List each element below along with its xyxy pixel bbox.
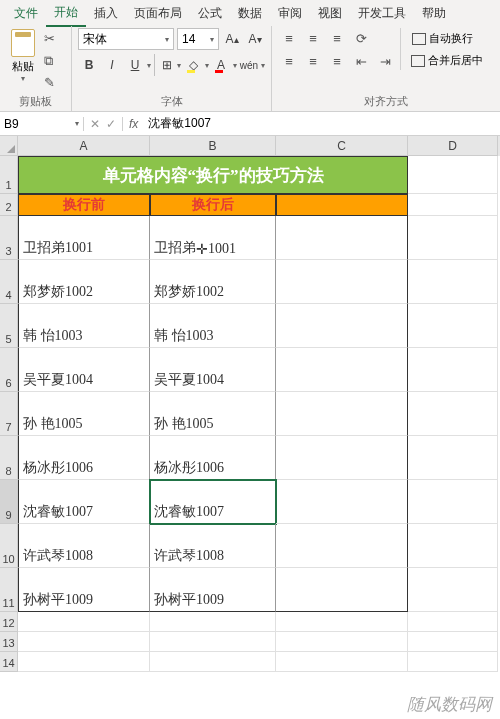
cell[interactable]: [276, 348, 408, 392]
fx-icon[interactable]: fx: [123, 117, 144, 131]
cell[interactable]: 吴平夏1004: [150, 348, 276, 392]
cell[interactable]: [408, 524, 498, 568]
cell[interactable]: [276, 652, 408, 672]
align-left-icon[interactable]: ≡: [278, 51, 300, 71]
cell[interactable]: [408, 652, 498, 672]
cell[interactable]: 郑梦娇1002: [18, 260, 150, 304]
indent-increase-icon[interactable]: ⇥: [374, 51, 396, 71]
fill-color-button[interactable]: ◇: [182, 54, 204, 76]
tab-data[interactable]: 数据: [230, 1, 270, 26]
cell[interactable]: [408, 568, 498, 612]
align-middle-icon[interactable]: ≡: [302, 28, 324, 48]
row-header[interactable]: 8: [0, 436, 18, 480]
chevron-down-icon[interactable]: ▾: [147, 61, 151, 70]
cell[interactable]: 杨冰彤1006: [150, 436, 276, 480]
font-size-select[interactable]: 14▾: [177, 28, 219, 50]
cell[interactable]: [276, 216, 408, 260]
cell[interactable]: 孙树平1009: [18, 568, 150, 612]
row-header[interactable]: 14: [0, 652, 18, 672]
cell[interactable]: [276, 632, 408, 652]
chevron-down-icon[interactable]: ▾: [205, 61, 209, 70]
row-header[interactable]: 2: [0, 194, 18, 216]
cell[interactable]: [150, 612, 276, 632]
chevron-down-icon[interactable]: ▾: [177, 61, 181, 70]
row-header[interactable]: 10: [0, 524, 18, 568]
cell[interactable]: [408, 612, 498, 632]
tab-page-layout[interactable]: 页面布局: [126, 1, 190, 26]
align-center-icon[interactable]: ≡: [302, 51, 324, 71]
col-header-b[interactable]: B: [150, 136, 276, 156]
row-header[interactable]: 11: [0, 568, 18, 612]
tab-file[interactable]: 文件: [6, 1, 46, 26]
row-header[interactable]: 4: [0, 260, 18, 304]
tab-developer[interactable]: 开发工具: [350, 1, 414, 26]
name-box[interactable]: B9▾: [0, 117, 84, 131]
row-header[interactable]: 7: [0, 392, 18, 436]
paste-button[interactable]: 粘贴 ▾: [6, 29, 40, 83]
tab-home[interactable]: 开始: [46, 0, 86, 27]
orientation-icon[interactable]: ⟳: [350, 28, 372, 48]
underline-button[interactable]: U: [124, 54, 146, 76]
cancel-icon[interactable]: ✕: [90, 117, 100, 131]
tab-formula[interactable]: 公式: [190, 1, 230, 26]
cell[interactable]: [408, 156, 498, 194]
cell[interactable]: 郑梦娇1002: [150, 260, 276, 304]
enter-icon[interactable]: ✓: [106, 117, 116, 131]
formula-input[interactable]: 沈睿敏1007: [144, 115, 500, 132]
phonetic-button[interactable]: wén: [238, 54, 260, 76]
cell[interactable]: 卫招弟✛1001: [150, 216, 276, 260]
cell[interactable]: [408, 436, 498, 480]
cell[interactable]: 孙树平1009: [150, 568, 276, 612]
cell[interactable]: [276, 612, 408, 632]
cell[interactable]: [150, 652, 276, 672]
col-header-c[interactable]: C: [276, 136, 408, 156]
cell[interactable]: 卫招弟1001: [18, 216, 150, 260]
tab-insert[interactable]: 插入: [86, 1, 126, 26]
cell[interactable]: [276, 260, 408, 304]
title-cell[interactable]: 单元格内容“换行”的技巧方法: [18, 156, 408, 194]
tab-help[interactable]: 帮助: [414, 1, 454, 26]
chevron-down-icon[interactable]: ▾: [261, 61, 265, 70]
border-button[interactable]: ⊞: [154, 54, 176, 76]
cell[interactable]: [408, 392, 498, 436]
cell[interactable]: 杨冰彤1006: [18, 436, 150, 480]
tab-review[interactable]: 审阅: [270, 1, 310, 26]
format-painter-icon[interactable]: ✎: [44, 75, 62, 91]
row-header[interactable]: 9: [0, 480, 18, 524]
cell[interactable]: 孙 艳1005: [150, 392, 276, 436]
indent-decrease-icon[interactable]: ⇤: [350, 51, 372, 71]
wrap-text-button[interactable]: 自动换行: [407, 28, 487, 49]
row-header[interactable]: 13: [0, 632, 18, 652]
increase-font-icon[interactable]: A▴: [222, 28, 242, 50]
cell[interactable]: [276, 436, 408, 480]
bold-button[interactable]: B: [78, 54, 100, 76]
copy-icon[interactable]: ⧉: [44, 53, 62, 69]
cell[interactable]: [276, 392, 408, 436]
cell[interactable]: [408, 194, 498, 216]
align-bottom-icon[interactable]: ≡: [326, 28, 348, 48]
cell[interactable]: [18, 652, 150, 672]
col-header-a[interactable]: A: [18, 136, 150, 156]
col-header-d[interactable]: D: [408, 136, 498, 156]
row-header[interactable]: 12: [0, 612, 18, 632]
cell[interactable]: [408, 216, 498, 260]
cell[interactable]: [18, 632, 150, 652]
cut-icon[interactable]: ✂: [44, 31, 62, 47]
cell[interactable]: 许武琴1008: [150, 524, 276, 568]
row-header[interactable]: 3: [0, 216, 18, 260]
cell[interactable]: [276, 480, 408, 524]
cell[interactable]: 沈睿敏1007: [150, 480, 276, 524]
font-name-select[interactable]: 宋体▾: [78, 28, 174, 50]
italic-button[interactable]: I: [101, 54, 123, 76]
cell[interactable]: 韩 怡1003: [150, 304, 276, 348]
header-cell-a[interactable]: 换行前: [18, 194, 150, 216]
select-all-corner[interactable]: [0, 136, 18, 156]
cell[interactable]: [18, 612, 150, 632]
row-header[interactable]: 5: [0, 304, 18, 348]
cell[interactable]: [276, 524, 408, 568]
cell[interactable]: 沈睿敏1007: [18, 480, 150, 524]
cell[interactable]: [408, 304, 498, 348]
align-top-icon[interactable]: ≡: [278, 28, 300, 48]
align-right-icon[interactable]: ≡: [326, 51, 348, 71]
header-cell-b[interactable]: 换行后: [150, 194, 276, 216]
